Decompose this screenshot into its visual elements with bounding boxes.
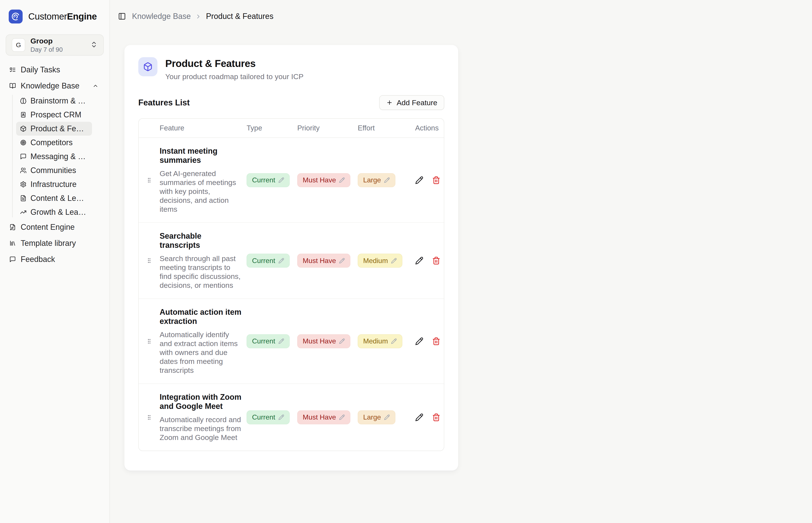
sidebar: CustomerEngine G Groop Day 7 of 90 Daily… [0, 0, 110, 523]
effort-badge[interactable]: Medium [358, 334, 402, 348]
breadcrumb: Knowledge Base Product & Features [132, 12, 273, 21]
sidebar-toggle-button[interactable] [118, 12, 126, 20]
column-header-feature: Feature [160, 124, 247, 132]
edit-feature-button[interactable] [415, 176, 423, 184]
breadcrumb-parent[interactable]: Knowledge Base [132, 12, 191, 21]
drag-handle[interactable] [139, 232, 160, 290]
workspace-name: Groop [31, 37, 85, 45]
priority-badge[interactable]: Must Have [297, 173, 350, 187]
feature-title: Instant meeting summaries [160, 146, 243, 165]
trash-icon [432, 176, 440, 184]
sidebar-item-label: Daily Tasks [21, 65, 60, 74]
trash-icon [432, 413, 440, 421]
feature-description: Automatically identify and extract actio… [160, 330, 243, 375]
sidebar-item-messaging-outreach[interactable]: Messaging & Outre… [16, 149, 92, 163]
sidebar-item-knowledge-base[interactable]: Knowledge Base [6, 78, 104, 94]
workspace-switcher[interactable]: G Groop Day 7 of 90 [6, 34, 104, 56]
table-header-row: Feature Type Priority Effort Actions [139, 119, 444, 138]
pencil-icon [415, 176, 423, 184]
column-header-actions: Actions [415, 124, 444, 132]
sidebar-item-label: Content Engine [21, 222, 75, 232]
features-list-heading: Features List [138, 98, 190, 107]
table-row: Integration with Zoom and Google Meet Au… [139, 383, 444, 451]
sidebar-item-feedback[interactable]: Feedback [6, 251, 104, 267]
feature-description: Get AI-generated summaries of meetings w… [160, 169, 243, 214]
priority-badge[interactable]: Must Have [297, 254, 350, 268]
page-subtitle: Your product roadmap tailored to your IC… [165, 72, 304, 81]
edit-feature-button[interactable] [415, 256, 423, 265]
priority-badge[interactable]: Must Have [297, 410, 350, 424]
sidebar-item-competitors[interactable]: Competitors [16, 136, 92, 149]
trash-icon [432, 337, 440, 345]
features-table: Feature Type Priority Effort Actions Ins… [138, 118, 444, 451]
pencil-icon [339, 258, 345, 264]
pencil-icon [384, 414, 390, 420]
topbar: Knowledge Base Product & Features [110, 0, 812, 33]
library-icon [10, 240, 16, 247]
sidebar-item-template-library[interactable]: Template library [6, 235, 104, 251]
delete-feature-button[interactable] [432, 337, 440, 345]
users-icon [20, 167, 27, 174]
feature-description: Automatically record and transcribe meet… [160, 415, 243, 442]
table-row: Searchable transcripts Search through al… [139, 222, 444, 299]
sidebar-item-brainstorm-icp[interactable]: Brainstorm & ICP [16, 94, 92, 108]
contact-card-icon [20, 111, 27, 118]
delete-feature-button[interactable] [432, 256, 440, 265]
column-header-effort: Effort [358, 124, 415, 132]
column-header-priority: Priority [297, 124, 358, 132]
sidebar-item-content-leadgen[interactable]: Content & Leadgen [16, 191, 92, 205]
sidebar-item-content-engine[interactable]: Content Engine [6, 219, 104, 235]
column-header-type: Type [247, 124, 297, 132]
edit-feature-button[interactable] [415, 413, 423, 421]
sidebar-item-label: Feedback [21, 255, 55, 264]
drag-handle[interactable] [139, 308, 160, 375]
plus-icon [386, 100, 393, 106]
table-row: Instant meeting summaries Get AI-generat… [139, 138, 444, 222]
priority-badge[interactable]: Must Have [297, 334, 350, 348]
delete-feature-button[interactable] [432, 176, 440, 184]
feature-title: Searchable transcripts [160, 232, 243, 250]
type-badge[interactable]: Current [247, 254, 290, 268]
sidebar-item-daily-tasks[interactable]: Daily Tasks [6, 62, 104, 78]
drag-handle[interactable] [139, 146, 160, 214]
knowledge-base-children: Brainstorm & ICP Prospect CRM Product & … [6, 94, 104, 219]
message-square-icon [10, 256, 16, 263]
edit-feature-button[interactable] [415, 337, 423, 345]
add-feature-button[interactable]: Add Feature [379, 95, 444, 110]
type-badge[interactable]: Current [247, 173, 290, 187]
sidebar-item-prospect-crm[interactable]: Prospect CRM [16, 108, 92, 122]
delete-feature-button[interactable] [432, 413, 440, 421]
app-root: CustomerEngine G Groop Day 7 of 90 Daily… [0, 0, 812, 523]
trash-icon [432, 256, 440, 265]
main-content: Knowledge Base Product & Features Produc… [110, 0, 812, 523]
pencil-icon [415, 337, 423, 345]
effort-badge[interactable]: Large [358, 410, 395, 424]
drag-handle[interactable] [139, 393, 160, 442]
pencil-icon [339, 177, 345, 183]
sidebar-item-product-features[interactable]: Product & Features [16, 122, 92, 136]
sidebar-item-growth-learnings[interactable]: Growth & Learnings [16, 205, 92, 219]
effort-badge[interactable]: Medium [358, 254, 402, 268]
pencil-icon [391, 258, 397, 264]
panel-left-icon [118, 12, 126, 20]
product-features-card: Product & Features Your product roadmap … [124, 45, 458, 471]
table-body: Instant meeting summaries Get AI-generat… [139, 138, 444, 451]
gear-icon [20, 181, 27, 187]
sidebar-item-label: Template library [21, 239, 76, 248]
type-badge[interactable]: Current [247, 410, 290, 424]
brand-name: CustomerEngine [28, 11, 97, 22]
file-pen-icon [10, 224, 16, 230]
feature-description: Search through all past meeting transcri… [160, 254, 243, 290]
pencil-icon [278, 338, 284, 344]
type-badge[interactable]: Current [247, 334, 290, 348]
feature-title: Integration with Zoom and Google Meet [160, 393, 243, 411]
book-open-icon [10, 83, 16, 89]
chevron-right-icon [193, 12, 204, 21]
pencil-icon [278, 177, 284, 183]
box-icon [138, 57, 157, 76]
effort-badge[interactable]: Large [358, 173, 395, 187]
file-text-icon [20, 195, 27, 201]
sidebar-item-infrastructure[interactable]: Infrastructure [16, 177, 92, 191]
target-icon [20, 139, 27, 146]
sidebar-item-communities[interactable]: Communities [16, 163, 92, 177]
